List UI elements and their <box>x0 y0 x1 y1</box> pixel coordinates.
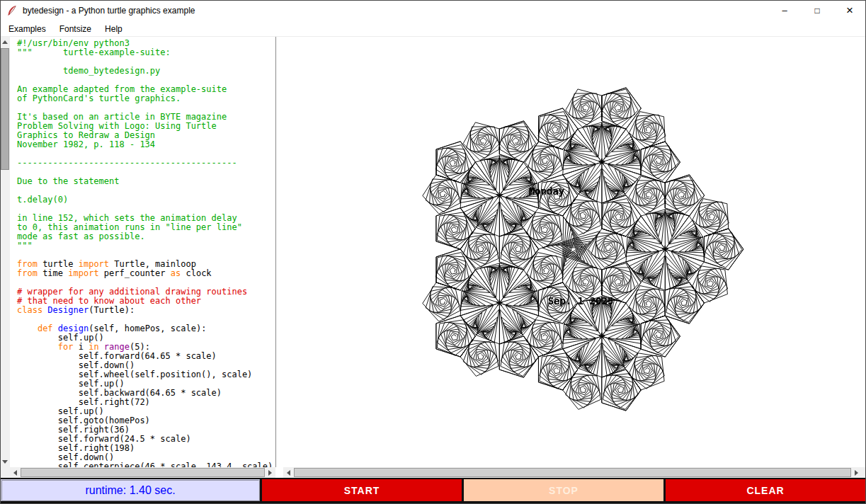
maximize-button[interactable]: □ <box>801 0 833 21</box>
menu-bar: Examples Fontsize Help <box>0 21 866 37</box>
scroll-left-icon <box>287 470 290 476</box>
vscroll-thumb[interactable] <box>1 48 9 170</box>
window-controls: – □ × <box>768 0 866 21</box>
turtle-canvas-area <box>283 37 862 467</box>
title-bar: bytedesign - a Python turtle graphics ex… <box>0 0 866 21</box>
window-title: bytedesign - a Python turtle graphics ex… <box>23 6 195 16</box>
maximize-icon: □ <box>814 0 819 21</box>
code-hscroll-thumb[interactable] <box>21 468 265 477</box>
scroll-down-icon <box>2 460 8 464</box>
code-scroll-left-button[interactable] <box>10 467 21 478</box>
scroll-up-icon <box>2 40 8 44</box>
start-button[interactable]: START <box>262 479 462 501</box>
close-icon: × <box>846 0 853 21</box>
clear-button[interactable]: CLEAR <box>666 479 865 501</box>
menu-fontsize[interactable]: Fontsize <box>57 23 93 35</box>
code-text: #!/usr/bin/env python3""" turtle-example… <box>10 37 275 467</box>
code-vscrollbar[interactable] <box>0 37 10 467</box>
code-hscrollbar[interactable] <box>10 467 275 478</box>
minimize-icon: – <box>782 0 787 21</box>
turtle-canvas <box>283 37 862 467</box>
stop-button[interactable]: STOP <box>464 479 663 501</box>
scrollbar-corner-right <box>862 467 866 478</box>
scroll-right-icon <box>855 470 858 476</box>
menu-help[interactable]: Help <box>103 23 125 35</box>
canvas-hscrollbar[interactable] <box>283 467 862 478</box>
code-editor[interactable]: #!/usr/bin/env python3""" turtle-example… <box>10 37 276 467</box>
scrollbar-corner-left <box>0 467 10 478</box>
code-scroll-right-button[interactable] <box>265 467 275 478</box>
minimize-button[interactable]: – <box>768 0 801 21</box>
menu-examples[interactable]: Examples <box>6 23 48 35</box>
canvas-scroll-left-button[interactable] <box>283 467 294 478</box>
close-button[interactable]: × <box>833 0 866 21</box>
scroll-down-button[interactable] <box>0 457 10 467</box>
canvas-scroll-right-button[interactable] <box>851 467 862 478</box>
canvas-hscroll-thumb[interactable] <box>294 468 851 477</box>
bottom-bar: runtime: 1.40 sec. START STOP CLEAR <box>0 478 866 504</box>
scroll-right-icon <box>268 470 272 476</box>
scroll-left-icon <box>13 470 17 476</box>
scroll-up-button[interactable] <box>0 37 10 47</box>
runtime-label: runtime: 1.40 sec. <box>1 479 260 501</box>
app-icon <box>6 5 18 16</box>
